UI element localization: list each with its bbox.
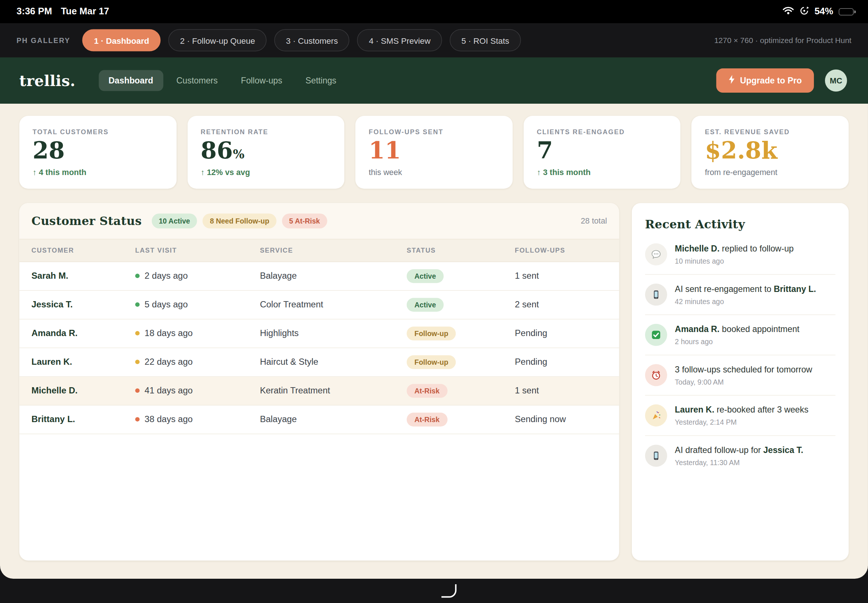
followups-cell: Sending now bbox=[515, 414, 607, 424]
col-customer: CUSTOMER bbox=[32, 246, 135, 254]
recency-dot bbox=[135, 303, 140, 307]
gallery-tab-followup-queue[interactable]: 2 · Follow-up Queue bbox=[169, 29, 267, 51]
followups-cell: Pending bbox=[515, 357, 607, 367]
status-badge: At-Risk bbox=[407, 384, 447, 398]
phone-icon bbox=[645, 283, 667, 306]
app-header: trellis. Dashboard Customers Follow-ups … bbox=[0, 57, 868, 104]
last-visit: 18 days ago bbox=[145, 328, 193, 338]
table-row[interactable]: Lauren K. 22 days ago Haircut & Style Fo… bbox=[20, 348, 619, 377]
wifi-icon bbox=[782, 6, 794, 17]
recent-activity-panel: Recent Activity Michelle D. replied to f… bbox=[632, 203, 849, 560]
stat-sub: from re-engagement bbox=[705, 168, 835, 176]
stat-value: 7 bbox=[537, 139, 667, 162]
status-badge: Active bbox=[407, 269, 444, 283]
activity-item: Lauren K. re-booked after 3 weeks Yester… bbox=[645, 396, 836, 436]
gallery-bar: PH GALLERY 1 · Dashboard 2 · Follow-up Q… bbox=[0, 23, 868, 57]
activity-item: Michelle D. replied to follow-up 10 minu… bbox=[645, 234, 836, 275]
gallery-tab-customers[interactable]: 3 · Customers bbox=[274, 29, 350, 51]
customer-name: Michelle D. bbox=[32, 386, 135, 396]
avatar[interactable]: MC bbox=[825, 70, 847, 91]
activity-item: 3 follow-ups scheduled for tomorrow Toda… bbox=[645, 355, 836, 396]
customer-status-panel: Customer Status 10 Active 8 Need Follow-… bbox=[20, 203, 619, 560]
trellis-logo[interactable]: trellis. bbox=[20, 72, 76, 89]
status-badge: At-Risk bbox=[407, 413, 447, 427]
activity-item: AI drafted follow-up for Jessica T. Yest… bbox=[645, 436, 836, 475]
service: Highlights bbox=[260, 328, 407, 338]
badge-active[interactable]: 10 Active bbox=[152, 213, 197, 228]
col-last-visit: LAST VISIT bbox=[135, 246, 260, 254]
followups-cell: 1 sent bbox=[515, 386, 607, 396]
followups-cell: Pending bbox=[515, 328, 607, 338]
stat-unit: % bbox=[233, 147, 244, 161]
stat-followups-sent: FOLLOW-UPS SENT 11 this week bbox=[355, 116, 512, 189]
stat-value: 11 bbox=[368, 139, 499, 162]
stat-total-customers: TOTAL CUSTOMERS 28 ↑ 4 this month bbox=[20, 116, 176, 189]
last-visit: 38 days ago bbox=[145, 414, 193, 424]
table-row[interactable]: Brittany L. 38 days ago Balayage At-Risk… bbox=[20, 405, 619, 434]
nav-followups[interactable]: Follow-ups bbox=[231, 70, 292, 91]
last-visit: 2 days ago bbox=[145, 271, 187, 281]
recency-dot bbox=[135, 331, 140, 336]
stat-value: $2.8k bbox=[705, 139, 835, 162]
gallery-tab-dashboard[interactable]: 1 · Dashboard bbox=[82, 29, 161, 51]
activity-time: Yesterday, 2:14 PM bbox=[675, 418, 808, 427]
check-icon bbox=[645, 324, 667, 346]
upgrade-label: Upgrade to Pro bbox=[740, 76, 802, 86]
activity-time: Yesterday, 11:30 AM bbox=[675, 459, 803, 467]
stat-cards: TOTAL CUSTOMERS 28 ↑ 4 this month RETENT… bbox=[20, 116, 849, 189]
table-row[interactable]: Sarah M. 2 days ago Balayage Active 1 se… bbox=[20, 262, 619, 291]
table-row[interactable]: Jessica T. 5 days ago Color Treatment Ac… bbox=[20, 291, 619, 320]
stat-sub: this week bbox=[368, 168, 499, 176]
followups-cell: 2 sent bbox=[515, 300, 607, 309]
service: Haircut & Style bbox=[260, 357, 407, 367]
nav-customers[interactable]: Customers bbox=[167, 70, 227, 91]
gallery-tab-roi-stats[interactable]: 5 · ROI Stats bbox=[450, 29, 521, 51]
stat-clients-reengaged: CLIENTS RE-ENGAGED 7 ↑ 3 this month bbox=[523, 116, 681, 189]
stat-sub: ↑ 4 this month bbox=[33, 168, 163, 176]
col-status: STATUS bbox=[407, 246, 515, 254]
bottom-bar bbox=[0, 579, 868, 603]
nav-settings[interactable]: Settings bbox=[296, 70, 346, 91]
battery-percent: 54% bbox=[814, 6, 833, 17]
stat-label: TOTAL CUSTOMERS bbox=[33, 128, 163, 136]
customer-status-header: Customer Status 10 Active 8 Need Follow-… bbox=[20, 203, 619, 239]
customer-name: Sarah M. bbox=[32, 271, 135, 281]
activity-item: Amanda R. booked appointment 2 hours ago bbox=[645, 315, 836, 356]
recency-dot bbox=[135, 360, 140, 364]
table-row[interactable]: Michelle D. 41 days ago Keratin Treatmen… bbox=[20, 377, 619, 405]
badge-need-followup[interactable]: 8 Need Follow-up bbox=[203, 213, 276, 228]
badge-at-risk[interactable]: 5 At-Risk bbox=[282, 213, 327, 228]
last-visit: 41 days ago bbox=[145, 386, 193, 396]
recency-dot bbox=[135, 389, 140, 393]
recency-dot bbox=[135, 274, 140, 278]
battery-icon bbox=[839, 8, 854, 15]
col-service: SERVICE bbox=[260, 246, 407, 254]
gallery-tabs: 1 · Dashboard 2 · Follow-up Queue 3 · Cu… bbox=[82, 29, 521, 51]
gallery-label: PH GALLERY bbox=[17, 36, 70, 45]
service: Balayage bbox=[260, 414, 407, 424]
customer-status-title: Customer Status bbox=[32, 214, 142, 228]
service: Keratin Treatment bbox=[260, 386, 407, 396]
status-badge: Follow-up bbox=[407, 355, 456, 369]
stat-revenue-saved: EST. REVENUE SAVED $2.8k from re-engagem… bbox=[692, 116, 848, 189]
total-count: 28 total bbox=[581, 216, 607, 226]
status-badge: Follow-up bbox=[407, 326, 456, 340]
party-popper-icon bbox=[645, 404, 667, 427]
service: Balayage bbox=[260, 271, 407, 281]
cursor-stroke-mark bbox=[441, 584, 458, 602]
status-filter-badges: 10 Active 8 Need Follow-up 5 At-Risk bbox=[152, 213, 327, 228]
table-header: CUSTOMER LAST VISIT SERVICE STATUS FOLLO… bbox=[20, 239, 619, 262]
stat-label: CLIENTS RE-ENGAGED bbox=[537, 128, 667, 136]
recency-dot bbox=[135, 417, 140, 422]
upgrade-to-pro-button[interactable]: Upgrade to Pro bbox=[716, 68, 814, 93]
main-content: TOTAL CUSTOMERS 28 ↑ 4 this month RETENT… bbox=[0, 104, 868, 579]
rotation-lock-icon bbox=[800, 6, 809, 18]
col-followups: FOLLOW-UPS bbox=[515, 246, 607, 254]
activity-time: 2 hours ago bbox=[675, 337, 800, 346]
nav-dashboard[interactable]: Dashboard bbox=[99, 70, 163, 91]
alarm-clock-icon bbox=[645, 364, 667, 386]
table-row[interactable]: Amanda R. 18 days ago Highlights Follow-… bbox=[20, 320, 619, 348]
gallery-tab-sms-preview[interactable]: 4 · SMS Preview bbox=[357, 29, 442, 51]
gallery-meta: 1270 × 760 · optimized for Product Hunt bbox=[714, 36, 851, 45]
stat-retention-rate: RETENTION RATE 86% ↑ 12% vs avg bbox=[187, 116, 344, 189]
